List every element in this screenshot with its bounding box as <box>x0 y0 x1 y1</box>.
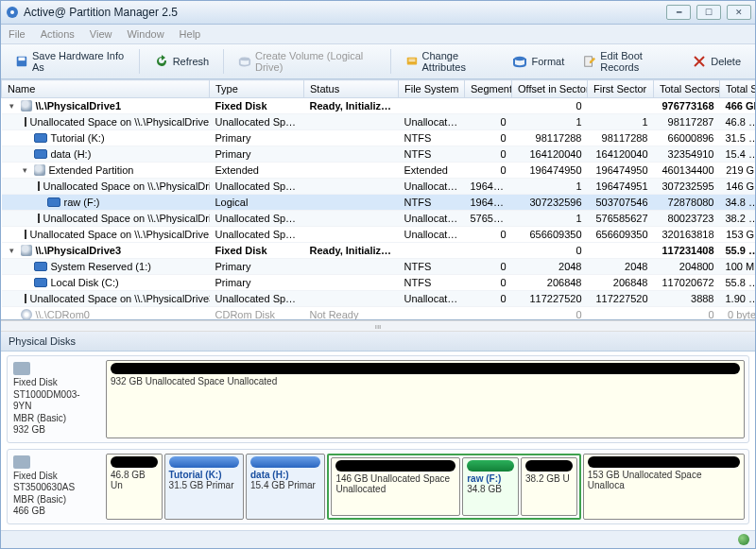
disk-segment[interactable]: 38.2 GB U <box>521 457 577 516</box>
column-header[interactable]: Offset in Sectors <box>512 80 588 98</box>
cell-status <box>304 130 399 146</box>
row-name: Unallocated Space on \\.\PhysicalDrive1 <box>43 180 210 192</box>
disk-segment[interactable]: 932 GB Unallocated Space Unallocated <box>106 360 745 438</box>
create-volume-button[interactable]: Create Volume (Logical Drive) <box>230 45 385 77</box>
expand-icon[interactable]: ▾ <box>8 246 17 255</box>
cell-type: Extended <box>210 163 304 179</box>
table-row[interactable]: Unallocated Space on \\.\PhysicalDrive1U… <box>2 114 756 130</box>
app-icon <box>5 5 20 20</box>
table-row[interactable]: System Reserved (1:)PrimaryNTFS020482048… <box>2 259 756 275</box>
close-button[interactable]: ✕ <box>727 5 751 20</box>
cell-type: Primary <box>210 259 304 275</box>
row-name: \\.\PhysicalDrive3 <box>36 245 122 256</box>
cell-fs <box>399 307 465 321</box>
column-header[interactable]: Type <box>210 80 304 98</box>
disk-segment[interactable]: data (H:)15.4 GB Primar <box>246 454 325 520</box>
app-window: Active@ Partition Manager 2.5 ━ ☐ ✕ File… <box>0 0 756 549</box>
format-button[interactable]: Format <box>504 49 573 74</box>
cell-status <box>304 195 399 211</box>
edit-boot-records-button[interactable]: Edit Boot Records <box>575 45 681 77</box>
minimize-button[interactable]: ━ <box>666 5 691 20</box>
menu-help[interactable]: Help <box>172 28 209 40</box>
cell-size: 34.8 GB <box>720 195 756 211</box>
physical-disks-header: Physical Disks <box>1 332 755 352</box>
menu-file[interactable]: File <box>1 28 33 40</box>
delete-button[interactable]: Delete <box>683 49 749 74</box>
column-header[interactable]: File System <box>399 80 465 98</box>
cell-off: 98117288 <box>512 130 588 146</box>
cell-sect: 80023723 <box>654 211 720 227</box>
table-row[interactable]: Unallocated Space on \\.\PhysicalDrive1U… <box>2 211 756 227</box>
row-name: Unallocated Space on \\.\PhysicalDrive1 <box>30 116 210 128</box>
cell-first: 196474950 <box>588 163 654 179</box>
menu-view[interactable]: View <box>82 28 120 40</box>
cell-sect: 66000896 <box>654 130 720 146</box>
column-header[interactable]: First Sector <box>588 80 654 98</box>
column-header[interactable]: Name <box>2 80 210 98</box>
change-attributes-button[interactable]: Change Attributes <box>397 45 503 77</box>
row-name: Unallocated Space on \\.\PhysicalDrive1 <box>43 213 210 224</box>
column-header[interactable]: Segment <box>465 80 512 98</box>
table-row[interactable]: Unallocated Space on \\.\PhysicalDrive1U… <box>2 179 756 195</box>
menu-actions[interactable]: Actions <box>33 28 82 40</box>
cell-size: 55.9 GB <box>720 243 756 259</box>
cell-sect: 976773168 <box>654 98 720 114</box>
table-row[interactable]: raw (F:)LogicalNTFS196474950307232596503… <box>2 195 756 211</box>
part-icon <box>34 262 47 271</box>
expand-icon[interactable]: ▾ <box>8 101 17 111</box>
table-row[interactable]: ▾\\.\PhysicalDrive3Fixed DiskReady, Init… <box>2 243 756 259</box>
cell-size: 31.5 GB <box>720 130 756 146</box>
cell-seg: 196474950 <box>465 195 512 211</box>
disk-segment[interactable]: Tutorial (K:)31.5 GB Primar <box>164 454 244 520</box>
volume-grid[interactable]: NameTypeStatusFile SystemSegmentOffset i… <box>1 79 755 320</box>
table-row[interactable]: data (H:)PrimaryNTFS01641200401641200403… <box>2 146 756 163</box>
refresh-button[interactable]: Refresh <box>146 49 218 74</box>
maximize-button[interactable]: ☐ <box>696 5 721 20</box>
cd-icon <box>21 309 32 320</box>
un-icon <box>25 117 26 127</box>
row-name: Unallocated Space on \\.\PhysicalDrive1 <box>30 229 210 240</box>
column-header[interactable]: Total Size <box>720 80 756 98</box>
column-header[interactable]: Total Sectors <box>654 80 720 98</box>
cell-status <box>304 163 399 179</box>
cell-type: Unallocated Space <box>210 179 304 195</box>
table-row[interactable]: Unallocated Space on \\.\PhysicalDrive3U… <box>2 291 756 307</box>
extended-partition-group: 146 GB Unallocated Space Unallocatedraw … <box>327 454 580 520</box>
cell-size: 38.2 GB <box>720 211 756 227</box>
cell-seg: 0 <box>465 146 512 163</box>
table-row[interactable]: Unallocated Space on \\.\PhysicalDrive1U… <box>2 227 756 243</box>
column-header[interactable]: Status <box>304 80 399 98</box>
cell-first: 2048 <box>588 259 654 275</box>
disk-segment[interactable]: raw (F:)34.8 GB <box>462 457 519 516</box>
table-row[interactable]: ▾\\.\PhysicalDrive1Fixed DiskReady, Init… <box>2 98 756 114</box>
titlebar: Active@ Partition Manager 2.5 ━ ☐ ✕ <box>1 1 755 25</box>
table-row[interactable]: Tutorial (K:)PrimaryNTFS0981172889811728… <box>2 130 756 146</box>
cell-fs: Unallocated <box>399 227 465 243</box>
cell-fs: NTFS <box>399 259 465 275</box>
table-row[interactable]: ▾Extended PartitionExtendedExtended01964… <box>2 163 756 179</box>
cell-status: Ready, Initialized <box>304 243 399 259</box>
save-hardware-button[interactable]: Save Hardware Info As <box>7 45 133 77</box>
disk-label: Fixed DiskST3500630ASMBR (Basic)466 GB <box>11 454 100 520</box>
horizontal-scrollbar[interactable]: ııı <box>1 320 755 332</box>
cell-off: 307232596 <box>512 195 588 211</box>
disk-map: 932 GB Unallocated Space Unallocated <box>106 360 745 438</box>
cell-sect: 204800 <box>654 259 720 275</box>
expand-icon[interactable]: ▾ <box>21 165 30 175</box>
cell-seg: 0 <box>465 275 512 291</box>
disk-segment[interactable]: 146 GB Unallocated Space Unallocated <box>331 457 460 516</box>
cell-size: 55.8 GB <box>720 275 756 291</box>
cell-first: 503707546 <box>588 195 654 211</box>
un-icon <box>25 230 26 239</box>
disk-segment[interactable]: 46.8 GB Un <box>106 454 163 520</box>
cell-seg <box>465 243 512 259</box>
part-icon <box>47 197 60 207</box>
table-row[interactable]: \\.\CDRom0CDRom DiskNot Ready000 bytes <box>2 307 756 321</box>
table-row[interactable]: Local Disk (C:)PrimaryNTFS02068482068481… <box>2 275 756 291</box>
disk-segment[interactable]: 153 GB Unallocated Space Unalloca <box>583 454 745 520</box>
un-icon <box>25 294 26 303</box>
menu-window[interactable]: Window <box>119 28 171 40</box>
cell-fs: NTFS <box>399 275 465 291</box>
svg-rect-3 <box>18 58 25 60</box>
cell-type: Unallocated Space <box>210 114 304 130</box>
